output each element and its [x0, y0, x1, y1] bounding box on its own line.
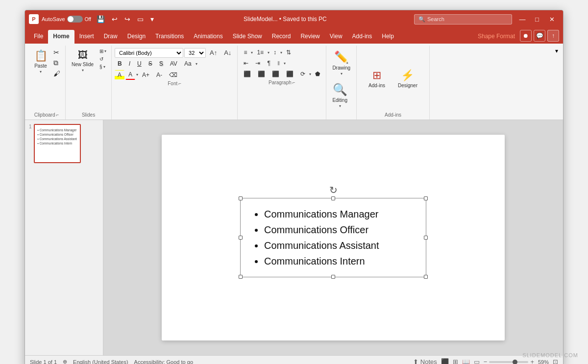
text-direction-button[interactable]: ⟳: [297, 69, 308, 79]
handle-top-right[interactable]: [424, 196, 428, 200]
customize-button[interactable]: ▾: [148, 14, 156, 24]
clipboard-dialog-icon[interactable]: ⌐: [56, 112, 59, 118]
autosave-state: Off: [85, 17, 91, 22]
align-right-button[interactable]: ⬛: [269, 69, 282, 79]
slide-sorter-button[interactable]: ⊞: [453, 358, 458, 364]
tab-transitions[interactable]: Transitions: [150, 30, 189, 44]
normal-view-button[interactable]: ⬛: [441, 358, 449, 364]
share-icon[interactable]: ↑: [547, 30, 559, 42]
font-size-decrease2-button[interactable]: A-: [153, 70, 165, 80]
rotate-handle[interactable]: ↻: [329, 184, 338, 196]
comments-icon[interactable]: 💬: [534, 30, 545, 42]
rtl-button[interactable]: ¶: [264, 58, 273, 68]
fit-slide-button[interactable]: ⊡: [553, 358, 558, 364]
tab-draw[interactable]: Draw: [99, 30, 122, 44]
decrease-font-button[interactable]: A↓: [221, 48, 234, 58]
zoom-in-button[interactable]: +: [530, 358, 534, 364]
zoom-track[interactable]: [489, 361, 528, 363]
smartart-button[interactable]: ⬟: [312, 69, 323, 79]
notes-button[interactable]: ⬆ Notes: [413, 358, 437, 364]
editing-button[interactable]: 🔍 Editing ▾: [329, 80, 350, 111]
underline-button[interactable]: U: [134, 59, 145, 69]
search-box[interactable]: 🔍: [414, 14, 512, 24]
addins-button[interactable]: ⊞ Add-ins: [364, 67, 390, 90]
align-left-button[interactable]: ⬛: [241, 69, 254, 79]
bullets-button[interactable]: ≡: [241, 48, 250, 57]
align-center-button[interactable]: ⬛: [255, 69, 268, 79]
text-box[interactable]: Communications Manager Communications Of…: [240, 198, 426, 277]
tab-slideshow[interactable]: Slide Show: [228, 30, 267, 44]
font-size-select[interactable]: 32: [184, 48, 206, 58]
tab-home[interactable]: Home: [48, 30, 74, 44]
text-box-container[interactable]: ↻ Communications Manager Commun: [240, 198, 426, 277]
search-input[interactable]: [427, 16, 508, 22]
section-button[interactable]: § ▾: [98, 63, 108, 71]
paste-button[interactable]: 📋 Paste ▾: [31, 48, 50, 76]
tab-help[interactable]: Help: [377, 30, 399, 44]
increase-font-button[interactable]: A↑: [207, 48, 220, 58]
slide-canvas[interactable]: ↻ Communications Manager Commun: [162, 135, 505, 340]
handle-bottom-left[interactable]: [239, 275, 243, 279]
numbering-button[interactable]: 1≡: [254, 48, 267, 57]
designer-button[interactable]: ⚡ Designer: [393, 67, 422, 90]
font-family-select[interactable]: Calibri (Body): [115, 48, 183, 58]
reading-view-button[interactable]: 📖: [462, 358, 470, 364]
tab-design[interactable]: Design: [122, 30, 150, 44]
tab-animations[interactable]: Animations: [189, 30, 227, 44]
justify-button[interactable]: ⬛: [283, 69, 296, 79]
copy-button[interactable]: ⧉: [51, 58, 62, 68]
change-case-button[interactable]: Aa: [181, 59, 195, 69]
close-button[interactable]: ✕: [544, 12, 559, 26]
tab-shape-format[interactable]: Shape Format: [473, 30, 520, 44]
autosave-toggle[interactable]: [67, 16, 83, 23]
maximize-button[interactable]: □: [530, 12, 544, 26]
handle-middle-right[interactable]: [424, 236, 428, 240]
char-spacing-button[interactable]: AV: [167, 59, 180, 69]
slide-info-icon[interactable]: ⊕: [63, 359, 67, 364]
strikethrough-button[interactable]: S: [146, 59, 155, 69]
undo-button[interactable]: ↩: [109, 14, 120, 24]
handle-bottom-right[interactable]: [424, 275, 428, 279]
reset-button[interactable]: ↺: [98, 55, 108, 63]
present-button[interactable]: ▭: [135, 14, 146, 24]
save-button[interactable]: 💾: [94, 14, 107, 24]
zoom-out-button[interactable]: −: [484, 358, 488, 364]
redo-button[interactable]: ↪: [122, 14, 133, 24]
minimize-button[interactable]: —: [515, 12, 530, 26]
zoom-thumb[interactable]: [513, 360, 517, 364]
record-icon[interactable]: ⏺: [520, 30, 532, 42]
line-spacing-button[interactable]: ↕: [270, 48, 279, 57]
handle-top-left[interactable]: [239, 196, 243, 200]
font-dialog-icon[interactable]: ⌐: [178, 81, 181, 86]
ribbon-body: 📋 Paste ▾ ✂ ⧉ 🖌 Clipboard: [25, 44, 563, 120]
tab-addins[interactable]: Add-ins: [347, 30, 377, 44]
slide-thumbnail[interactable]: • Communications Manager • Communication…: [34, 124, 81, 163]
clear-format-button[interactable]: ⌫: [166, 70, 180, 80]
tab-review[interactable]: Review: [295, 30, 324, 44]
italic-button[interactable]: I: [126, 59, 133, 69]
cut-button[interactable]: ✂: [51, 48, 62, 57]
font-color-button[interactable]: A: [125, 70, 135, 80]
highlight-button[interactable]: A: [115, 70, 124, 80]
tab-view[interactable]: View: [325, 30, 347, 44]
ribbon-expand-button[interactable]: ▾: [553, 46, 560, 56]
slideshow-view-button[interactable]: ▭: [474, 358, 480, 364]
handle-top-center[interactable]: [331, 196, 335, 200]
shadow-button[interactable]: S: [156, 59, 166, 69]
new-slide-button[interactable]: 🖼 New Slide ▾: [69, 48, 97, 74]
handle-middle-left[interactable]: [239, 236, 243, 240]
tab-file[interactable]: File: [29, 30, 48, 44]
handle-bottom-center[interactable]: [331, 275, 335, 279]
tab-insert[interactable]: Insert: [74, 30, 99, 44]
font-size-increase2-button[interactable]: A+: [139, 70, 152, 80]
sort-button[interactable]: ⇅: [283, 48, 294, 57]
format-painter-button[interactable]: 🖌: [51, 69, 62, 78]
increase-indent-button[interactable]: ⇥: [252, 58, 263, 68]
drawing-button[interactable]: ✏️ Drawing ▾: [329, 48, 353, 79]
bold-button[interactable]: B: [115, 59, 125, 69]
tab-record[interactable]: Record: [267, 30, 296, 44]
decrease-indent-button[interactable]: ⇤: [241, 58, 251, 68]
layout-button[interactable]: ⊞ ▾: [98, 48, 108, 55]
columns-button[interactable]: ⫴: [274, 58, 283, 68]
paragraph-dialog-icon[interactable]: ⌐: [293, 80, 295, 85]
